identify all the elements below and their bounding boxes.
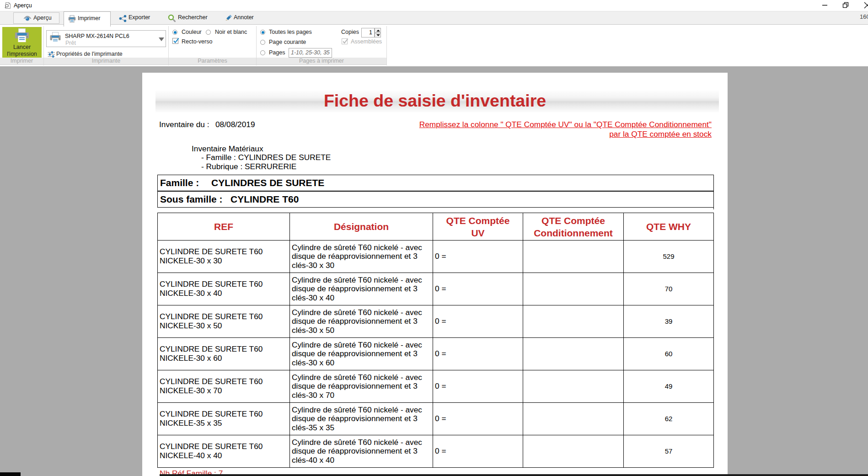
document-note: Remplissez la colonne " QTE Comptée UV" … bbox=[419, 120, 712, 139]
checkbox-assemblees-label: Assemblées bbox=[351, 38, 382, 45]
cell-ref: CYLINDRE DE SURETE T60 NICKELE-40 x 40 bbox=[158, 435, 290, 468]
cell-qte-conditionnement bbox=[523, 370, 624, 403]
sous-famille-label: Sous famille : bbox=[160, 192, 223, 207]
cell-qte-why: 49 bbox=[624, 370, 714, 403]
cell-ref: CYLINDRE DE SURETE T60 NICKELE-30 x 50 bbox=[158, 305, 290, 338]
group-label-parametres: Paramètres bbox=[169, 58, 256, 64]
cell-qte-conditionnement bbox=[523, 241, 624, 273]
group-label-pages: Pages à imprimer bbox=[257, 58, 386, 64]
launch-button-label-line2: l'impression bbox=[2, 51, 42, 58]
sous-famille-row: Sous famille : CYLINDRE T60 bbox=[157, 192, 714, 208]
printer-select[interactable]: SHARP MX-2614N PCL6 Prêt bbox=[46, 30, 166, 47]
printer-device-icon bbox=[49, 32, 61, 44]
cell-designation: Cylindre de sûreté T60 nickelé - avec di… bbox=[290, 435, 433, 468]
group-separator bbox=[386, 26, 387, 65]
pencil-icon bbox=[225, 14, 232, 22]
preview-pane[interactable]: Fiche de saisie d'inventaire Inventaire … bbox=[0, 66, 868, 476]
printer-icon bbox=[68, 15, 76, 23]
cell-qte-why: 70 bbox=[624, 273, 714, 305]
launch-print-button[interactable]: Lancer l'impression bbox=[2, 27, 42, 58]
border-artifact bbox=[713, 208, 714, 209]
cell-designation: Cylindre de sûreté T60 nickelé - avec di… bbox=[290, 403, 433, 435]
column-header: Désignation bbox=[290, 213, 433, 241]
tab-exporter[interactable]: Exporter bbox=[118, 12, 155, 24]
group-separator bbox=[256, 26, 257, 65]
group-label-imprimer: Imprimer bbox=[0, 58, 43, 64]
minimize-button[interactable] bbox=[818, 0, 832, 11]
copies-input[interactable]: 1 bbox=[361, 28, 375, 37]
cell-ref: CYLINDRE DE SURETE T60 NICKELE-30 x 70 bbox=[158, 370, 290, 403]
info-line2: - Famille : CYLINDRES DE SURETE bbox=[201, 153, 331, 162]
cell-designation: Cylindre de sûreté T60 nickelé - avec di… bbox=[290, 370, 433, 403]
zoom-indicator: 160 bbox=[860, 13, 868, 20]
cell-qte-uv: 0 = bbox=[433, 338, 523, 370]
column-header: QTE Comptée UV bbox=[433, 213, 523, 241]
cell-qte-why: 39 bbox=[624, 305, 714, 338]
radio-page-courante[interactable] bbox=[260, 40, 265, 45]
print-preview-window: Aperçu Aperçu bbox=[0, 0, 868, 476]
famille-label: Famille : bbox=[160, 175, 199, 191]
column-header: REF bbox=[158, 213, 290, 241]
cell-ref: CYLINDRE DE SURETE T60 NICKELE-30 x 40 bbox=[158, 273, 290, 305]
radio-toutes-les-pages-label: Toutes les pages bbox=[269, 29, 312, 35]
column-header: QTE Comptée Conditionnement bbox=[523, 213, 624, 241]
document-title: Fiche de saisie d'inventaire bbox=[142, 92, 728, 109]
eye-icon bbox=[23, 16, 32, 21]
radio-toutes-les-pages[interactable] bbox=[260, 30, 265, 35]
share-icon bbox=[119, 15, 127, 22]
pages-range-input[interactable]: 1-10, 25-30, 35 bbox=[289, 48, 332, 58]
tab-annoter[interactable]: Annoter bbox=[224, 12, 260, 24]
printer-status: Prêt bbox=[65, 40, 76, 46]
taskbar-sliver-left bbox=[0, 472, 21, 476]
document-note-line2: par la QTE comptée en stock bbox=[419, 129, 712, 139]
famille-value: CYLINDRES DE SURETE bbox=[211, 175, 324, 191]
famille-row: Famille : CYLINDRES DE SURETE bbox=[157, 175, 714, 192]
document-page: Fiche de saisie d'inventaire Inventaire … bbox=[142, 73, 728, 476]
cell-qte-why: 57 bbox=[624, 435, 714, 468]
checkbox-recto-verso-label: Recto-verso bbox=[182, 38, 212, 45]
radio-couleur[interactable] bbox=[172, 30, 177, 35]
cell-ref: CYLINDRE DE SURETE T60 NICKELE-30 x 60 bbox=[158, 338, 290, 370]
restore-button[interactable] bbox=[839, 0, 852, 11]
cell-designation: Cylindre de sûreté T60 nickelé - avec di… bbox=[290, 305, 433, 338]
cell-designation: Cylindre de sûreté T60 nickelé - avec di… bbox=[290, 338, 433, 370]
copies-decrement-button[interactable] bbox=[375, 33, 381, 38]
cell-qte-uv: 0 = bbox=[433, 435, 523, 468]
close-button[interactable] bbox=[860, 0, 868, 11]
radio-pages[interactable] bbox=[260, 50, 265, 55]
window-titlebar: Aperçu bbox=[0, 0, 868, 11]
cell-qte-uv: 0 = bbox=[433, 273, 523, 305]
checkbox-recto-verso[interactable] bbox=[172, 38, 178, 44]
cell-qte-conditionnement bbox=[523, 273, 624, 305]
cell-ref: CYLINDRE DE SURETE T60 NICKELE-30 x 30 bbox=[158, 241, 290, 273]
ribbon: Imprimer Imprimante Paramètres Pages à i… bbox=[0, 25, 868, 66]
document-note-line1: Remplissez la colonne " QTE Comptée UV" … bbox=[419, 120, 712, 129]
tab-apercu-label: Aperçu bbox=[33, 15, 52, 21]
cell-ref: CYLINDRE DE SURETE T60 NICKELE-35 x 35 bbox=[158, 403, 290, 435]
taskbar-sliver bbox=[160, 474, 868, 476]
cell-designation: Cylindre de sûreté T60 nickelé - avec di… bbox=[290, 241, 433, 273]
cell-designation: Cylindre de sûreté T60 nickelé - avec di… bbox=[290, 273, 433, 305]
window-title: Aperçu bbox=[14, 0, 32, 11]
checkbox-assemblees[interactable] bbox=[342, 38, 348, 44]
launch-button-label-line1: Lancer bbox=[2, 44, 42, 51]
radio-noir-et-blanc-label: Noir et blanc bbox=[215, 29, 247, 35]
cell-qte-why: 62 bbox=[624, 403, 714, 435]
group-separator bbox=[168, 26, 169, 65]
print-launch-icon bbox=[14, 28, 30, 43]
cell-qte-conditionnement bbox=[523, 305, 624, 338]
cell-qte-uv: 0 = bbox=[433, 403, 523, 435]
combo-dropdown-arrow[interactable] bbox=[159, 37, 164, 41]
tab-imprimer[interactable]: Imprimer bbox=[64, 11, 111, 27]
group-separator bbox=[43, 26, 44, 65]
radio-noir-et-blanc[interactable] bbox=[206, 30, 211, 35]
info-line3: - Rubrique : SERRURERIE bbox=[201, 162, 296, 171]
tab-rechercher[interactable]: Rechercher bbox=[167, 12, 209, 24]
copies-increment-button[interactable] bbox=[375, 28, 381, 33]
properties-sliders-icon bbox=[48, 51, 55, 58]
printer-name: SHARP MX-2614N PCL6 bbox=[65, 33, 129, 39]
column-header: QTE WHY bbox=[624, 213, 714, 241]
inventory-date-value: 08/08/2019 bbox=[215, 120, 255, 129]
inventory-date-label: Inventaire du : bbox=[159, 120, 209, 129]
tab-apercu[interactable]: Aperçu bbox=[13, 12, 59, 24]
